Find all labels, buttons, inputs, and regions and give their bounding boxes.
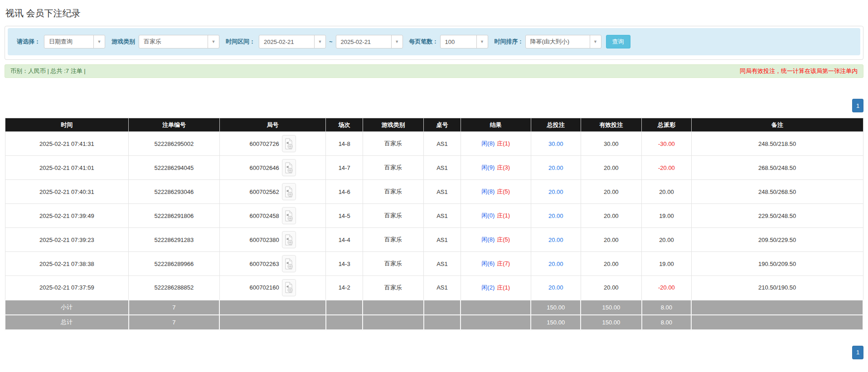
- cell-bet-id: 522286294045: [129, 156, 220, 180]
- round-id-text: 600702263: [250, 261, 279, 267]
- cell-note: 210.50/190.50: [691, 276, 863, 300]
- result-banker: 庄(5): [497, 236, 510, 243]
- cell-table-no: AS1: [424, 276, 461, 300]
- cell-time: 2025-02-21 07:40:31: [5, 180, 129, 204]
- cell-table-no: AS1: [424, 132, 461, 156]
- mode-select[interactable]: 日期查询 ▼: [44, 35, 105, 48]
- cell-empty: [691, 315, 863, 330]
- page-1-button[interactable]: 1: [852, 346, 863, 359]
- video-replay-button[interactable]: [282, 231, 296, 248]
- total-count: 7: [129, 315, 220, 330]
- cell-empty: [326, 300, 363, 315]
- result-player: 闲(8): [481, 188, 495, 195]
- header-table-no: 桌号: [424, 118, 461, 132]
- result-banker: 庄(3): [497, 164, 510, 171]
- cell-empty: [363, 300, 423, 315]
- video-replay-button[interactable]: [282, 207, 296, 224]
- cell-total-bet[interactable]: 30.00: [531, 132, 581, 156]
- mode-select-value: 日期查询: [44, 38, 93, 46]
- game-type-label: 游戏类别: [112, 38, 135, 46]
- result-player: 闲(0): [481, 212, 495, 219]
- video-replay-button[interactable]: [282, 183, 296, 200]
- chevron-down-icon: ▼: [314, 35, 325, 48]
- cell-game-type: 百家乐: [363, 204, 423, 228]
- cell-empty: [424, 300, 461, 315]
- video-file-icon: [284, 162, 293, 174]
- cell-session: 14-4: [326, 228, 363, 252]
- cell-round-id: 600702726: [219, 132, 326, 156]
- date-to-select[interactable]: 2025-02-21 ▼: [336, 35, 403, 48]
- cell-empty: [363, 315, 423, 330]
- cell-table-no: AS1: [424, 228, 461, 252]
- time-sort-label: 时间排序 :: [495, 38, 522, 46]
- page-size-select[interactable]: 100 ▼: [440, 35, 488, 48]
- currency-summary-text: 币别：人民币 | 总共 :7 注单 |: [10, 67, 86, 75]
- cell-time: 2025-02-21 07:39:49: [5, 204, 129, 228]
- cell-total-bet[interactable]: 20.00: [531, 252, 581, 276]
- cell-total-payout: 20.00: [642, 180, 692, 204]
- cell-round-id: 600702562: [219, 180, 326, 204]
- date-from-select[interactable]: 2025-02-21 ▼: [259, 35, 326, 48]
- cell-bet-id: 522286295002: [129, 132, 220, 156]
- table-row: 2025-02-21 07:39:23 522286291283 6007023…: [5, 228, 863, 252]
- cell-result: 闲(0)庄(1): [461, 204, 531, 228]
- cell-total-bet[interactable]: 20.00: [531, 180, 581, 204]
- cell-bet-id: 522286291806: [129, 204, 220, 228]
- round-id-text: 600702562: [250, 188, 279, 195]
- cell-bet-id: 522286289966: [129, 252, 220, 276]
- cell-round-id: 600702263: [219, 252, 326, 276]
- cell-result: 闲(8)庄(1): [461, 132, 531, 156]
- cell-empty: [219, 315, 326, 330]
- date-from-value: 2025-02-21: [259, 39, 314, 45]
- filter-toolbar: 请选择： 日期查询 ▼ 游戏类别 百家乐 ▼ 时间区间： 2025-02-21 …: [8, 28, 860, 55]
- cell-valid-bet: 20.00: [581, 204, 641, 228]
- subtotal-count: 7: [129, 300, 220, 315]
- table-row: 2025-02-21 07:41:01 522286294045 6007026…: [5, 156, 863, 180]
- time-sort-select[interactable]: 降幂(由大到小) ▼: [525, 35, 601, 48]
- round-id-text: 600702726: [250, 140, 279, 147]
- cell-total-bet[interactable]: 20.00: [531, 156, 581, 180]
- search-button[interactable]: 查询: [606, 35, 630, 48]
- valid-bet-notice-text: 同局有效投注，统一计算在该局第一张注单内: [740, 67, 858, 75]
- cell-session: 14-6: [326, 180, 363, 204]
- cell-note: 248.50/218.50: [691, 132, 863, 156]
- cell-table-no: AS1: [424, 204, 461, 228]
- cell-total-payout: -30.00: [642, 132, 692, 156]
- game-type-select[interactable]: 百家乐 ▼: [139, 35, 219, 48]
- cell-empty: [326, 315, 363, 330]
- cell-game-type: 百家乐: [363, 156, 423, 180]
- round-id-text: 600702380: [250, 237, 279, 243]
- cell-total-bet[interactable]: 20.00: [531, 204, 581, 228]
- page-1-button[interactable]: 1: [852, 99, 863, 112]
- result-banker: 庄(1): [497, 140, 510, 147]
- mode-label: 请选择：: [17, 38, 40, 46]
- pagination-top: 1: [5, 99, 863, 112]
- cell-round-id: 600702380: [219, 228, 326, 252]
- summary-bar: 币别：人民币 | 总共 :7 注单 | 同局有效投注，统一计算在该局第一张注单内: [5, 64, 863, 78]
- cell-empty: [691, 300, 863, 315]
- cell-game-type: 百家乐: [363, 276, 423, 300]
- video-replay-button[interactable]: [282, 135, 296, 152]
- cell-note: 190.50/209.50: [691, 252, 863, 276]
- subtotal-label: 小计: [5, 300, 129, 315]
- video-file-icon: [284, 258, 293, 270]
- video-replay-button[interactable]: [282, 255, 296, 272]
- result-banker: 庄(7): [497, 260, 510, 267]
- table-row: 2025-02-21 07:38:38 522286289966 6007022…: [5, 252, 863, 276]
- cell-empty: [219, 300, 326, 315]
- cell-session: 14-5: [326, 204, 363, 228]
- video-replay-button[interactable]: [282, 159, 296, 176]
- filter-panel: 请选择： 日期查询 ▼ 游戏类别 百家乐 ▼ 时间区间： 2025-02-21 …: [5, 26, 863, 60]
- video-file-icon: [284, 282, 293, 293]
- cell-total-payout: -20.00: [642, 276, 692, 300]
- header-valid-bet: 有效投注: [581, 118, 641, 132]
- video-file-icon: [284, 210, 293, 222]
- cell-total-bet[interactable]: 20.00: [531, 228, 581, 252]
- result-player: 闲(9): [481, 164, 495, 171]
- video-replay-button[interactable]: [282, 279, 296, 296]
- cell-bet-id: 522286293046: [129, 180, 220, 204]
- cell-valid-bet: 20.00: [581, 180, 641, 204]
- cell-total-bet[interactable]: 20.00: [531, 276, 581, 300]
- header-round-id: 局号: [219, 118, 326, 132]
- cell-time: 2025-02-21 07:41:01: [5, 156, 129, 180]
